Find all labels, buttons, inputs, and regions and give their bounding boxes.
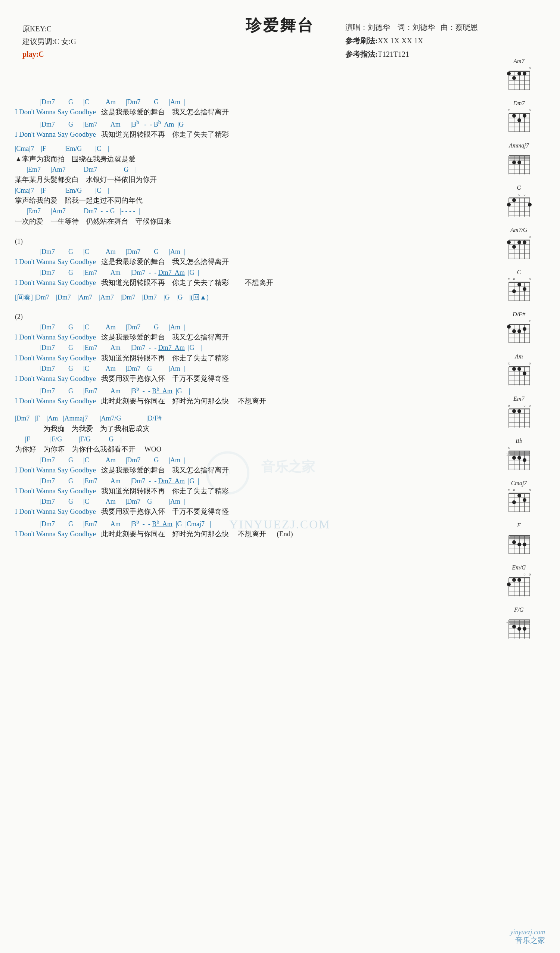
svg-point-54 bbox=[512, 198, 516, 202]
svg-point-11 bbox=[512, 76, 516, 80]
svg-point-55 bbox=[528, 203, 532, 206]
svg-point-99 bbox=[507, 325, 511, 329]
label-2: (2) bbox=[15, 312, 480, 322]
lyricist-label: 词： bbox=[398, 23, 413, 31]
chord-row-1: |Dm7 G |C Am |Dm7 G |Am | bbox=[15, 98, 480, 107]
label-1: (1) bbox=[15, 236, 480, 247]
chord-am7g: Am7/G o bbox=[482, 227, 556, 262]
svg-text:o: o bbox=[513, 277, 515, 281]
lyric-row-2: I Don't Wanna Say Goodbye 我知道光阴转眼不再 你走了失… bbox=[15, 129, 480, 140]
chord-row-17: |Dm7 G |C Am |Dm7 G |Am | bbox=[15, 497, 480, 506]
svg-point-70 bbox=[517, 241, 521, 244]
svg-point-85 bbox=[512, 289, 516, 293]
svg-point-193 bbox=[517, 578, 521, 582]
svg-point-42 bbox=[517, 161, 521, 164]
composer: 蔡晓恩 bbox=[456, 23, 478, 31]
svg-rect-40 bbox=[509, 157, 530, 160]
chord-row-9: |Dm7 G |C Am |Dm7 G |Am | bbox=[15, 323, 480, 332]
svg-point-115 bbox=[517, 367, 521, 371]
svg-text:o: o bbox=[529, 488, 531, 492]
row-16: |Dm7 G |Em7 Am |Dm7 - - Dm7 Am |G | I Do… bbox=[15, 476, 480, 497]
svg-point-162 bbox=[512, 500, 516, 504]
svg-text:o: o bbox=[529, 572, 531, 576]
svg-point-178 bbox=[512, 540, 516, 544]
svg-text:o: o bbox=[508, 403, 510, 407]
footer-url: yinyuezj.com bbox=[510, 928, 545, 936]
lyric-row-10: I Don't Wanna Say Goodbye 我知道光阴转眼不再 你走了失… bbox=[15, 353, 480, 364]
lyric-row-17: I Don't Wanna Say Goodbye 我要用双手抱你入怀 千万不要… bbox=[15, 506, 480, 517]
lyric-row-3: ▲掌声为我而拍 围绕在我身边就是爱 bbox=[15, 154, 480, 165]
svg-point-25 bbox=[512, 114, 516, 118]
spacer-5 bbox=[15, 407, 480, 414]
svg-point-102 bbox=[523, 327, 526, 331]
strum-label: 参考刷法: bbox=[345, 37, 378, 45]
svg-point-71 bbox=[523, 241, 526, 244]
svg-rect-144 bbox=[509, 452, 530, 455]
svg-point-27 bbox=[523, 114, 526, 118]
chord-am7: Am7 o bbox=[482, 58, 556, 93]
finger-label: 参考指法: bbox=[345, 50, 378, 58]
svg-text:x: x bbox=[508, 108, 510, 112]
chord-g: G o o bbox=[482, 185, 556, 220]
strum-line: 参考刷法:XX 1X XX 1X bbox=[345, 34, 478, 47]
svg-point-53 bbox=[507, 203, 511, 206]
suggestion-info: 建议男调:C 女:G bbox=[22, 35, 76, 48]
svg-text:1: 1 bbox=[506, 453, 508, 456]
composer-label: 曲： bbox=[441, 23, 456, 31]
lyric-row-16: I Don't Wanna Say Goodbye 我知道光阴转眼不再 你走了失… bbox=[15, 486, 480, 497]
svg-text:x: x bbox=[529, 319, 531, 323]
row-7: |Dm7 G |C Am |Dm7 G |Am | I Don't Wanna … bbox=[15, 247, 480, 267]
chord-row-10: |Dm7 G |Em7 Am |Dm7 - - Dm7 Am |G | bbox=[15, 343, 480, 352]
chord-diagrams: Am7 o bbox=[482, 58, 556, 649]
chord-fg: F/G * bbox=[482, 607, 556, 642]
lyric-row-5: 掌声给我的爱 陪我一起走过不同的年代 bbox=[15, 195, 480, 206]
chord-interlude: [间奏] |Dm7 |Dm7 |Am7 |Am7 |Dm7 |Dm7 |G |G… bbox=[15, 293, 480, 302]
svg-point-147 bbox=[523, 458, 526, 462]
chord-row-14: |F |F/G |F/G |G | bbox=[15, 435, 480, 444]
svg-text:x: x bbox=[508, 445, 510, 450]
svg-text:o: o bbox=[523, 403, 525, 407]
svg-text:o: o bbox=[523, 572, 525, 576]
svg-text:o: o bbox=[529, 66, 531, 70]
chord-emg: Em/G o o o bbox=[482, 564, 556, 600]
row-17: |Dm7 G |C Am |Dm7 G |Am | I Don't Wanna … bbox=[15, 497, 480, 517]
svg-point-68 bbox=[507, 241, 511, 244]
strum-pattern: XX 1X XX 1X bbox=[378, 37, 423, 45]
svg-point-209 bbox=[512, 625, 516, 629]
svg-text:o: o bbox=[529, 361, 531, 365]
row-10: |Dm7 G |Em7 Am |Dm7 - - Dm7 Am |G | I Do… bbox=[15, 343, 480, 363]
svg-text:x: x bbox=[508, 277, 510, 281]
key-info: 原KEY:C bbox=[22, 22, 76, 35]
svg-point-114 bbox=[512, 367, 516, 371]
chord-df#: D/F# x bbox=[482, 311, 556, 346]
spacer-1 bbox=[15, 140, 480, 144]
chord-row-13: |Dm7 |F |Am |Ammaj7 |Am7/G |D/F# | bbox=[15, 414, 480, 423]
lyric-row-11: I Don't Wanna Say Goodbye 我要用双手抱你入怀 千万不要… bbox=[15, 373, 480, 384]
main-content: |Dm7 G |C Am |Dm7 G |Am | I Don't Wanna … bbox=[15, 98, 480, 547]
spacer-6 bbox=[15, 540, 480, 547]
svg-text:*: * bbox=[506, 621, 508, 625]
row-13: |Dm7 |F |Am |Ammaj7 |Am7/G |D/F# | 为我痴 为… bbox=[15, 414, 480, 434]
chord-row-2: |Dm7 G |Em7 Am |Bb - - Bb Am |G bbox=[15, 118, 480, 129]
chord-row-12: |Dm7 G |Em7 Am |Bb - - Bb Am |G | bbox=[15, 385, 480, 396]
lyric-row-4: 某年某月头髮都变白 水银灯一样依旧为你开 bbox=[15, 174, 480, 185]
row-8: |Dm7 G |Em7 Am |Dm7 - - Dm7 Am |G | I Do… bbox=[15, 268, 480, 288]
lyric-row-8: I Don't Wanna Say Goodbye 我知道光阴转眼不再 你走了失… bbox=[15, 278, 480, 288]
chord-row-16: |Dm7 G |Em7 Am |Dm7 - - Dm7 Am |G | bbox=[15, 476, 480, 486]
svg-point-161 bbox=[523, 498, 526, 502]
lyric-row-18: I Don't Wanna Say Goodbye 此时此刻要与你同在 好时光为… bbox=[15, 529, 480, 540]
chord-row-6: |Em7 |Am7 |Dm7 - - G |- - - - | bbox=[15, 206, 480, 216]
meta-right: 演唱：刘德华 词：刘德华 曲：蔡晓恩 参考刷法:XX 1X XX 1X 参考指法… bbox=[345, 20, 478, 61]
chord-row-3: |Cmaj7 |F |Em/G |C | bbox=[15, 144, 480, 154]
row-4: |Em7 |Am7 |Dm7 |G | 某年某月头髮都变白 水银灯一样依旧为你开 bbox=[15, 165, 480, 185]
row-11: |Dm7 G |C Am |Dm7 G |Am | I Don't Wanna … bbox=[15, 364, 480, 384]
performer-line: 演唱：刘德华 词：刘德华 曲：蔡晓恩 bbox=[345, 20, 478, 34]
chord-am: Am x o bbox=[482, 353, 556, 389]
svg-text:o: o bbox=[529, 277, 531, 281]
lyric-row-12: I Don't Wanna Say Goodbye 此时此刻要与你同在 好时光为… bbox=[15, 396, 480, 407]
svg-text:o: o bbox=[518, 192, 520, 196]
meta-left: 原KEY:C 建议男调:C 女:G play:C bbox=[22, 22, 76, 61]
chord-bb: Bb x 1 bbox=[482, 438, 556, 473]
svg-point-41 bbox=[512, 161, 516, 164]
svg-point-10 bbox=[507, 72, 511, 75]
